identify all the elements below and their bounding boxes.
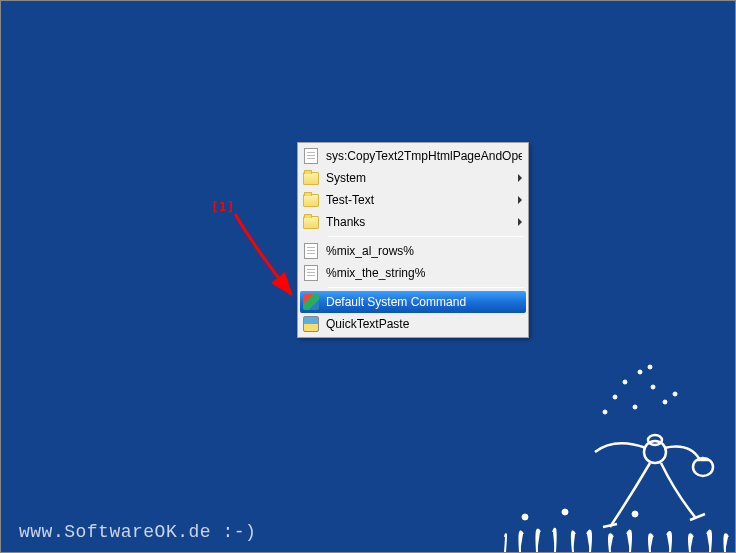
menu-item-label: Thanks (326, 215, 514, 229)
menu-item-mix-rows[interactable]: %mix_al_rows% (300, 240, 526, 262)
menu-separator (328, 236, 524, 237)
svg-point-11 (648, 435, 662, 445)
chevron-right-icon (518, 196, 522, 204)
folder-icon (302, 213, 320, 231)
svg-point-10 (644, 441, 666, 463)
menu-separator (328, 287, 524, 288)
menu-item-quicktextpaste[interactable]: QuickTextPaste (300, 313, 526, 335)
folder-icon (302, 191, 320, 209)
menu-item-label: Default System Command (326, 295, 522, 309)
svg-point-4 (613, 395, 617, 399)
svg-point-14 (562, 509, 568, 515)
svg-point-3 (651, 385, 655, 389)
menu-item-label: sys:CopyText2TmpHtmlPageAndOpen (326, 149, 522, 163)
annotation-arrow-icon (227, 206, 307, 306)
document-icon (302, 147, 320, 165)
app-icon (302, 315, 320, 333)
svg-point-15 (632, 511, 638, 517)
menu-item-label: %mix_al_rows% (326, 244, 522, 258)
svg-point-9 (648, 365, 652, 369)
svg-point-13 (522, 514, 528, 520)
svg-point-6 (633, 405, 637, 409)
menu-item-mix-string[interactable]: %mix_the_string% (300, 262, 526, 284)
menu-item-system[interactable]: System (300, 167, 526, 189)
document-icon (302, 264, 320, 282)
menu-item-label: System (326, 171, 514, 185)
annotation-label: [1] (211, 199, 234, 214)
chevron-right-icon (518, 218, 522, 226)
svg-point-7 (603, 410, 607, 414)
chevron-right-icon (518, 174, 522, 182)
menu-item-copytext[interactable]: sys:CopyText2TmpHtmlPageAndOpen (300, 145, 526, 167)
menu-item-label: Test-Text (326, 193, 514, 207)
context-menu[interactable]: sys:CopyText2TmpHtmlPageAndOpen System T… (297, 142, 529, 338)
menu-item-label: %mix_the_string% (326, 266, 522, 280)
svg-point-2 (638, 370, 642, 374)
desktop-decoration-icon (475, 352, 735, 552)
menu-item-label: QuickTextPaste (326, 317, 522, 331)
watermark-text: www.SoftwareOK.de :-) (19, 522, 256, 542)
document-icon (302, 242, 320, 260)
menu-item-test-text[interactable]: Test-Text (300, 189, 526, 211)
svg-point-5 (663, 400, 667, 404)
folder-icon (302, 169, 320, 187)
svg-point-8 (673, 392, 677, 396)
svg-point-1 (623, 380, 627, 384)
menu-item-default-system-command[interactable]: Default System Command (300, 291, 526, 313)
menu-item-thanks[interactable]: Thanks (300, 211, 526, 233)
svg-point-12 (693, 458, 713, 476)
app-icon (302, 293, 320, 311)
